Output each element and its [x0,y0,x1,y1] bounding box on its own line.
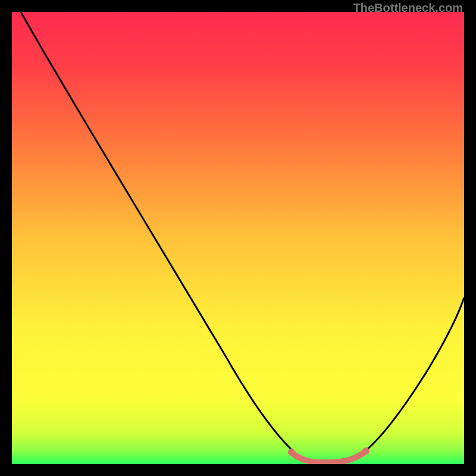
attribution-text: TheBottleneck.com [353,1,463,15]
optimal-start-dot [288,449,295,456]
optimal-end-dot [362,447,369,455]
plot-area [12,12,464,464]
gradient-background [12,12,464,464]
chart-svg [12,12,464,464]
chart-container: TheBottleneck.com [0,0,476,476]
